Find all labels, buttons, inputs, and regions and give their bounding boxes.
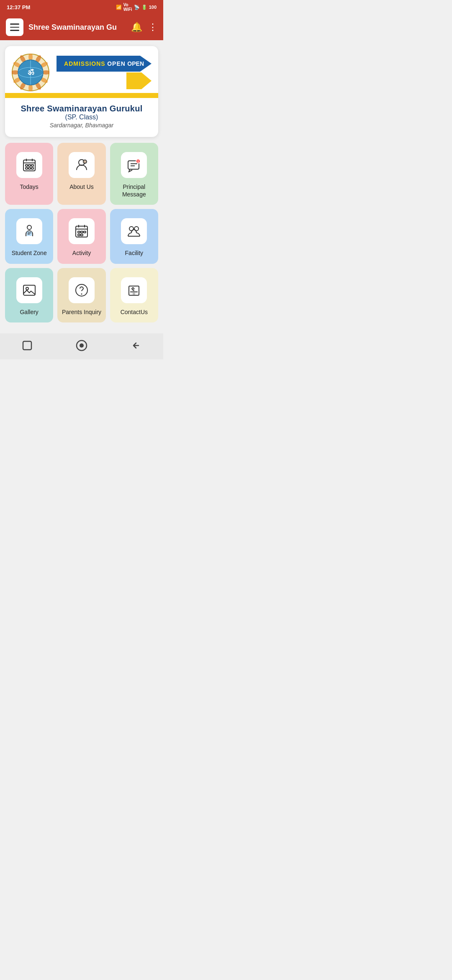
menu-item-gallery[interactable]: Gallery xyxy=(5,268,53,322)
svg-rect-24 xyxy=(31,165,33,166)
battery-icon: 🔋 xyxy=(141,5,147,10)
banner-school-info: Shree Swaminarayan Gurukul (SP. Class) S… xyxy=(5,98,158,137)
battery-level: 100 xyxy=(149,5,157,10)
svg-rect-22 xyxy=(26,165,28,166)
activity-label: Activity xyxy=(72,249,91,257)
open-label: OPEN xyxy=(107,60,126,67)
school-name: Shree Swaminarayan Gurukul xyxy=(12,104,152,113)
activity-icon-wrap xyxy=(69,218,95,244)
svg-point-36 xyxy=(27,225,31,230)
gallery-label: Gallery xyxy=(20,308,38,316)
svg-text:1: 1 xyxy=(137,160,139,163)
menu-item-facility[interactable]: Facility xyxy=(110,209,158,263)
banner-top-section: ॐ ADMISSIONS OPEN OPEN xyxy=(5,46,158,91)
menu-item-principal-message[interactable]: 1 Principal Message xyxy=(110,143,158,205)
svg-rect-50 xyxy=(23,285,35,295)
activity-calendar-icon xyxy=(74,224,89,239)
hamburger-line-2 xyxy=(10,27,19,28)
nav-back-button[interactable] xyxy=(128,338,144,353)
gallery-icon-wrap xyxy=(16,277,42,303)
status-time: 12:37 PM xyxy=(7,4,30,10)
more-options-icon[interactable]: ⋮ xyxy=(148,22,157,33)
notification-bell-icon[interactable]: 🔔 xyxy=(131,22,142,33)
question-circle-icon xyxy=(74,283,89,298)
menu-item-activity[interactable]: Activity xyxy=(57,209,105,263)
back-arrow-icon xyxy=(130,340,142,351)
parents-inquiry-icon-wrap xyxy=(69,277,95,303)
svg-rect-43 xyxy=(81,231,83,233)
wifi-icon: 📡 xyxy=(134,5,140,10)
todays-label: Todays xyxy=(20,183,38,191)
hamburger-line-3 xyxy=(10,30,19,31)
person-info-icon: i xyxy=(74,157,89,173)
student-zone-label: Student Zone xyxy=(12,249,47,257)
hamburger-line-1 xyxy=(10,23,19,25)
school-banner-card: ॐ ADMISSIONS OPEN OPEN Shree Swaminaraya… xyxy=(5,46,158,137)
hamburger-button[interactable] xyxy=(6,18,23,36)
image-icon xyxy=(22,283,37,298)
svg-rect-46 xyxy=(81,234,83,236)
svg-point-51 xyxy=(26,287,28,290)
student-zone-icon-wrap xyxy=(16,218,42,244)
status-bar: 12:37 PM 📶 VoWiFi 📡 🔋 100 xyxy=(0,0,163,14)
app-header: Shree Swaminarayan Gu 🔔 ⋮ xyxy=(0,14,163,40)
svg-text:i: i xyxy=(85,160,85,163)
calendar-icon xyxy=(22,157,37,173)
status-icons: 📶 VoWiFi 📡 🔋 100 xyxy=(116,3,157,12)
admissions-label: ADMISSIONS xyxy=(64,60,105,67)
contact-us-label: ContactUs xyxy=(121,308,148,316)
svg-rect-25 xyxy=(26,168,28,169)
svg-point-59 xyxy=(80,343,84,348)
home-circle-icon xyxy=(76,340,87,351)
yellow-strip xyxy=(5,93,158,98)
svg-rect-26 xyxy=(28,168,31,169)
svg-text:✉: ✉ xyxy=(133,292,135,295)
svg-text:ॐ: ॐ xyxy=(28,68,34,77)
nav-home-button[interactable] xyxy=(74,338,90,353)
contact-us-icon-wrap: ✉ xyxy=(121,277,147,303)
bottom-nav-bar xyxy=(0,333,163,359)
principal-message-label: Principal Message xyxy=(114,183,154,198)
vo-wifi-label: VoWiFi xyxy=(123,3,132,12)
header-action-icons: 🔔 ⋮ xyxy=(131,22,157,33)
svg-rect-45 xyxy=(78,234,80,236)
about-us-label: About Us xyxy=(69,183,94,191)
svg-rect-37 xyxy=(27,232,32,236)
menu-item-contact-us[interactable]: ✉ ContactUs xyxy=(110,268,158,322)
header-title: Shree Swaminarayan Gu xyxy=(28,23,126,32)
svg-rect-57 xyxy=(23,341,31,350)
main-menu-grid: Todays i About Us 1 Principal Messag xyxy=(0,143,163,329)
principal-message-icon-wrap: 1 xyxy=(121,152,147,178)
menu-item-student-zone[interactable]: Student Zone xyxy=(5,209,53,263)
todays-icon-wrap xyxy=(16,152,42,178)
menu-item-about-us[interactable]: i About Us xyxy=(57,143,105,205)
school-logo: ॐ xyxy=(12,54,49,91)
svg-rect-23 xyxy=(28,165,31,166)
facility-people-icon xyxy=(126,224,141,239)
facility-icon-wrap xyxy=(121,218,147,244)
svg-rect-44 xyxy=(84,231,86,233)
school-location: Sardarnagar, Bhavnagar xyxy=(12,122,152,129)
svg-rect-42 xyxy=(78,231,80,233)
menu-item-parents-inquiry[interactable]: Parents Inquiry xyxy=(57,268,105,322)
phone-box-icon: ✉ xyxy=(126,283,141,298)
facility-label: Facility xyxy=(125,249,144,257)
menu-item-todays[interactable]: Todays xyxy=(5,143,53,205)
chat-notification-icon: 1 xyxy=(126,157,141,173)
svg-point-53 xyxy=(81,293,82,294)
about-us-icon-wrap: i xyxy=(69,152,95,178)
nav-square-button[interactable] xyxy=(19,338,35,353)
student-icon xyxy=(22,224,37,239)
signal-icon: 📶 xyxy=(116,5,122,10)
parents-inquiry-label: Parents Inquiry xyxy=(62,308,101,316)
school-class: (SP. Class) xyxy=(12,113,152,121)
svg-rect-27 xyxy=(31,168,33,169)
square-icon xyxy=(21,340,33,351)
